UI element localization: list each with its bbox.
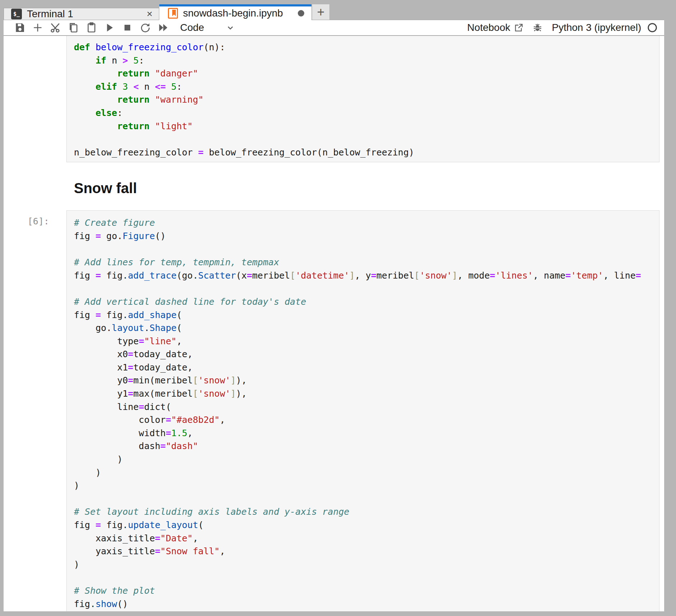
run-all-button[interactable]: [154, 20, 172, 35]
section-heading: Snow fall: [74, 179, 659, 197]
external-link-icon: [514, 23, 524, 33]
markdown-cell-rendered[interactable]: Snow fall: [66, 162, 659, 210]
notebook-mode-label: Notebook: [467, 22, 510, 33]
code-cell-2-input[interactable]: # Create figurefig = go.Figure() # Add l…: [66, 210, 659, 611]
stop-icon: [122, 22, 133, 33]
jupyterlab-window: Code Notebook Python 3 (ipykernel): [4, 20, 664, 611]
bug-icon: [532, 23, 543, 33]
run-button[interactable]: [100, 20, 118, 35]
copy-button[interactable]: [65, 20, 83, 35]
markdown-cell-prompt: [4, 162, 66, 210]
cell-type-select[interactable]: Code: [180, 22, 236, 33]
save-button[interactable]: [11, 20, 29, 35]
chevron-down-icon: [225, 22, 236, 33]
fast-forward-icon: [157, 22, 169, 34]
code-cell-1: def below_freezing_color(n): if n > 5: r…: [4, 36, 659, 162]
cut-button[interactable]: [47, 20, 65, 35]
markdown-cell: Snow fall: [4, 162, 659, 210]
plus-icon: [32, 22, 43, 33]
cell-1-prompt: [4, 36, 66, 162]
kernel-idle-circle-icon: [647, 22, 658, 33]
notebook-panel: def below_freezing_color(n): if n > 5: r…: [4, 36, 664, 611]
cell-2-prompt: [6]:: [4, 210, 66, 611]
scissors-icon: [50, 22, 62, 34]
code-cell-2-editor: # Create figurefig = go.Figure() # Add l…: [67, 211, 659, 611]
tab-notebook-label: snowdash-begin.ipynb: [183, 8, 294, 19]
kernel-name-label: Python 3 (ipykernel): [552, 22, 641, 33]
cell-type-value: Code: [180, 22, 204, 33]
notebook-icon: [168, 8, 178, 19]
save-icon: [14, 22, 25, 33]
code-cell-1-input[interactable]: def below_freezing_color(n): if n > 5: r…: [66, 36, 659, 162]
kernel-status-button[interactable]: [647, 22, 658, 33]
debugger-button[interactable]: [532, 23, 543, 33]
code-cell-1-editor: def below_freezing_color(n): if n > 5: r…: [67, 36, 659, 162]
stop-button[interactable]: [118, 20, 136, 35]
notebook-toolbar: Code Notebook Python 3 (ipykernel): [4, 20, 664, 36]
tab-bar: $_ Terminal 1 × snowdash-begin.ipynb +: [4, 0, 664, 20]
unsaved-changes-dot-icon[interactable]: [298, 10, 304, 17]
tab-terminal-1[interactable]: $_ Terminal 1 ×: [4, 8, 159, 20]
code-cell-2: [6]: # Create figurefig = go.Figure() # …: [4, 210, 659, 611]
close-icon[interactable]: ×: [147, 9, 152, 19]
open-in-new-button[interactable]: [514, 23, 524, 33]
paste-icon: [86, 22, 97, 33]
restart-kernel-button[interactable]: [136, 20, 154, 35]
copy-icon: [68, 22, 79, 33]
tab-notebook[interactable]: snowdash-begin.ipynb: [159, 4, 311, 20]
terminal-icon: $_: [11, 9, 22, 19]
paste-button[interactable]: [83, 20, 100, 35]
insert-cell-button[interactable]: [29, 20, 47, 35]
restart-icon: [140, 22, 151, 33]
new-tab-button[interactable]: +: [312, 4, 329, 20]
tab-terminal-label: Terminal 1: [27, 8, 142, 20]
run-icon: [104, 22, 115, 33]
